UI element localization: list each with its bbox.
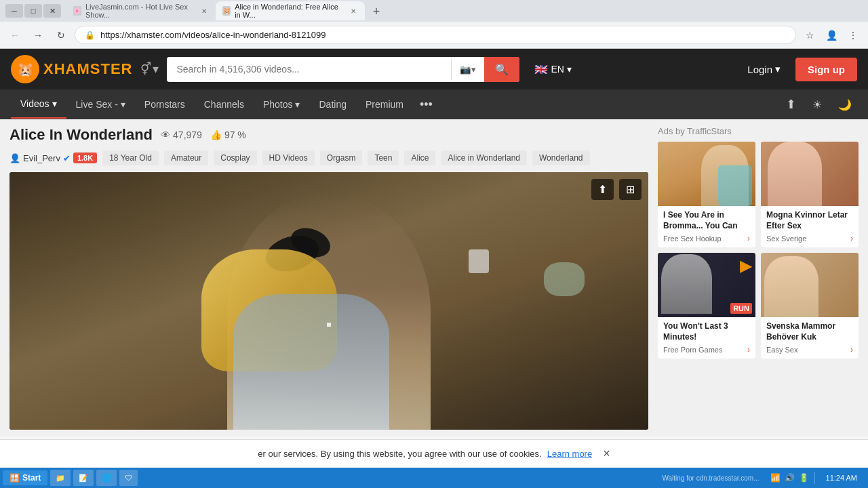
video-title: Alice In Wonderland	[9, 126, 153, 144]
tab-bar: 🌸 LiveJasmin.com - Hot Live Sex Show... …	[66, 1, 863, 20]
taskbar-item-2[interactable]: 📝	[73, 470, 94, 486]
browser-window-controls: ─ □ ✕	[5, 4, 61, 18]
tab-livejasmin[interactable]: 🌸 LiveJasmin.com - Hot Live Sex Show... …	[66, 1, 216, 20]
tag-teen[interactable]: Teen	[368, 150, 399, 165]
main-content: Alice In Wonderland 👁 47,979 👍 97 % 👤 Ev…	[0, 119, 658, 436]
user-info: 👤 Evil_Perv ✔ 1.8K	[9, 152, 97, 163]
nav-item-videos[interactable]: Videos ▾	[11, 90, 66, 119]
tab-close-1[interactable]: ✕	[199, 5, 209, 16]
back-button[interactable]: ←	[5, 26, 24, 45]
tags-row: 👤 Evil_Perv ✔ 1.8K 18 Year Old Amateur C…	[9, 150, 648, 165]
nav-item-livesex[interactable]: Live Sex - ▾	[66, 91, 135, 118]
video-player[interactable]: ⬆ ⊞	[9, 172, 648, 430]
nav-item-premium[interactable]: Premium	[356, 91, 413, 118]
flag-icon: 🇬🇧	[534, 63, 548, 76]
taskbar-item-4[interactable]: 🛡	[119, 470, 138, 486]
user-avatar-icon: 👤	[9, 153, 20, 163]
sidebar-ads: Ads by TrafficStars I See You Are in Bro…	[658, 119, 868, 436]
ad-link-text-1: Free Sex Hookup	[663, 235, 722, 243]
taskbar-network-icon: 📶	[770, 473, 781, 483]
ad-link-text-4: Easy Sex	[766, 346, 797, 354]
ad-card-2[interactable]: Mogna Kvinnor Letar Efter Sex Sex Sverig…	[761, 142, 859, 247]
grid-view-button[interactable]: ⊞	[619, 179, 642, 200]
gender-icon: ⚥	[140, 62, 151, 77]
minimize-button[interactable]: ─	[5, 4, 23, 18]
login-button[interactable]: Login ▾	[738, 58, 790, 81]
tab-close-2[interactable]: ✕	[349, 5, 358, 16]
cookie-message: er our services. By using this website, …	[258, 449, 541, 459]
taskbar-item-1[interactable]: 📁	[50, 470, 71, 486]
language-selector[interactable]: 🇬🇧 EN ▾	[528, 59, 578, 80]
start-label: Start	[22, 473, 41, 483]
tag-wonderland[interactable]: Wonderland	[532, 150, 590, 165]
ad-card-1[interactable]: I See You Are in Bromma... You Can Free …	[658, 142, 755, 247]
cookie-close-button[interactable]: ×	[603, 447, 610, 461]
upload-nav-button[interactable]: ⬆	[781, 92, 802, 117]
tag-alice[interactable]: Alice	[404, 150, 435, 165]
light-theme-button[interactable]: ☀	[807, 94, 827, 115]
site-logo[interactable]: 🐹 XHAMSTER	[11, 55, 132, 83]
tag-alice-in-wonderland[interactable]: Alice in Wonderland	[441, 150, 527, 165]
cookie-bar: er our services. By using this website, …	[0, 439, 868, 468]
view-count-value: 47,979	[173, 129, 202, 140]
nav-item-photos[interactable]: Photos ▾	[254, 91, 310, 118]
taskbar-separator	[814, 472, 815, 484]
video-frame[interactable]: ⬆ ⊞	[9, 172, 648, 430]
ad-arrow-2: ›	[850, 234, 853, 243]
start-button[interactable]: 🪟 Start	[3, 470, 47, 485]
like-percentage: 👍 97 %	[210, 129, 246, 140]
ad-title-4: Svenska Mammor Behöver Kuk	[766, 321, 853, 342]
video-overlay-controls: ⬆ ⊞	[591, 179, 642, 200]
video-title-row: Alice In Wonderland 👁 47,979 👍 97 %	[9, 126, 648, 144]
signup-button[interactable]: Sign up	[795, 58, 857, 81]
tag-hdvideos[interactable]: HD Videos	[262, 150, 315, 165]
nav-dating-label: Dating	[319, 99, 346, 110]
dark-theme-button[interactable]: 🌙	[833, 94, 857, 115]
logo-icon: 🐹	[11, 55, 39, 83]
upload-search-button[interactable]: 📷▾	[452, 59, 484, 80]
tag-orgasm[interactable]: Orgasm	[320, 150, 363, 165]
reload-button[interactable]: ↻	[52, 26, 71, 45]
ad-body-3: You Won't Last 3 Minutes! Free Porn Game…	[658, 317, 755, 359]
url-input[interactable]: 🔒 https://xhamster.com/videos/alice-in-w…	[75, 26, 796, 44]
close-button[interactable]: ✕	[43, 4, 61, 18]
taskbar-item-3[interactable]: 🌐	[96, 470, 117, 486]
new-tab-button[interactable]: +	[368, 3, 385, 20]
gender-selector[interactable]: ⚥ ▾	[140, 62, 159, 77]
content-area: Alice In Wonderland 👁 47,979 👍 97 % 👤 Ev…	[0, 119, 868, 436]
nav-photos-label: Photos	[263, 99, 293, 110]
nav-more-button[interactable]: •••	[413, 89, 439, 120]
search-submit-button[interactable]: 🔍	[484, 57, 519, 82]
taskbar: 🪟 Start 📁 📝 🌐 🛡 Waiting for cdn.tradesst…	[0, 468, 868, 488]
forward-button[interactable]: →	[28, 26, 47, 45]
site-header: 🐹 XHAMSTER ⚥ ▾ 📷▾ 🔍 🇬🇧 EN ▾ Login ▾ Sign…	[0, 49, 868, 89]
taskbar-battery-icon: 🔋	[799, 473, 809, 483]
ad-title-1: I See You Are in Bromma... You Can	[663, 210, 750, 231]
profile-button[interactable]: 👤	[822, 26, 841, 45]
browser-titlebar: ─ □ ✕ 🌸 LiveJasmin.com - Hot Live Sex Sh…	[0, 0, 868, 22]
ad-image-2	[761, 142, 859, 206]
maximize-button[interactable]: □	[24, 4, 42, 18]
menu-button[interactable]: ⋮	[844, 26, 863, 45]
username[interactable]: Evil_Perv	[23, 153, 60, 163]
tab-xhamster[interactable]: 🐹 Alice in Wonderland: Free Alice in W..…	[216, 1, 365, 20]
nav-item-pornstars[interactable]: Pornstars	[135, 91, 195, 118]
ad-card-3[interactable]: ▶ RUN You Won't Last 3 Minutes! Free Por…	[658, 253, 755, 359]
nav-item-dating[interactable]: Dating	[309, 91, 355, 118]
ad-card-4[interactable]: Svenska Mammor Behöver Kuk Easy Sex ›	[761, 253, 859, 359]
nav-item-channels[interactable]: Channels	[195, 91, 254, 118]
nav-videos-label: Videos	[20, 98, 50, 109]
tag-18yearold[interactable]: 18 Year Old	[102, 150, 159, 165]
tag-amateur[interactable]: Amateur	[164, 150, 208, 165]
site-nav: Videos ▾ Live Sex - ▾ Pornstars Channels…	[0, 89, 868, 119]
like-pct-value: 97 %	[224, 129, 246, 140]
share-button[interactable]: ⬆	[591, 179, 614, 200]
ad-image-3: ▶ RUN	[658, 253, 755, 317]
bookmark-button[interactable]: ☆	[800, 26, 819, 45]
tag-cosplay[interactable]: Cosplay	[214, 150, 256, 165]
search-input[interactable]	[167, 58, 451, 81]
tab-favicon-1: 🌸	[73, 6, 81, 16]
lang-label: EN	[551, 64, 564, 75]
learn-more-link[interactable]: Learn more	[547, 449, 592, 459]
taskbar-clock: 11:24 AM	[821, 474, 863, 482]
